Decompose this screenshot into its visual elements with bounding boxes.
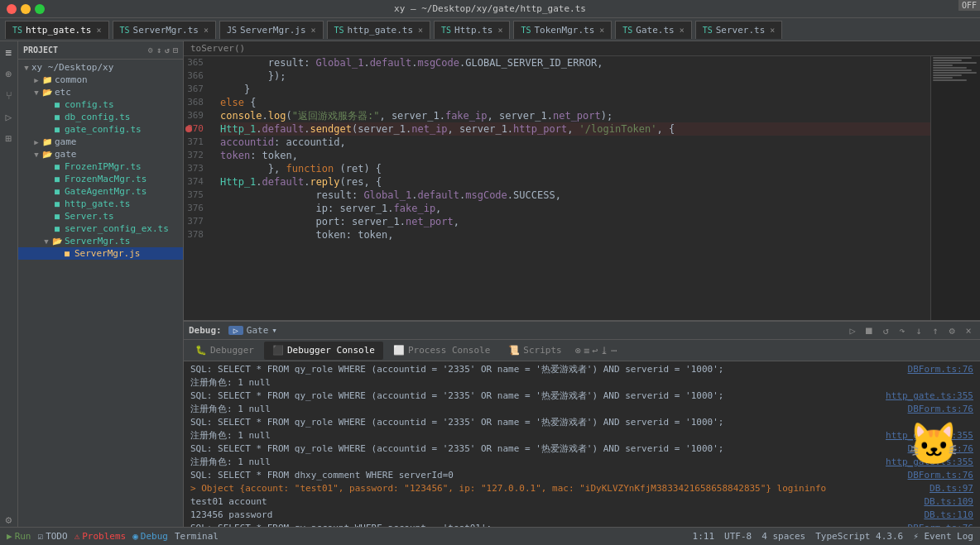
event-log[interactable]: ⚡ Event Log [913, 531, 973, 542]
file-label: server_config_ex.ts [65, 223, 169, 234]
stop-icon[interactable]: ⏹ [862, 324, 876, 337]
tree-item-etc[interactable]: ▼ 📂 etc [18, 86, 183, 98]
tree-item-server[interactable]: ■ Server.ts [18, 210, 183, 222]
tab-http[interactable]: TS Http.ts × [434, 21, 510, 39]
ts-icon: TS [521, 25, 531, 35]
sort-icon[interactable]: ↕ [156, 45, 161, 55]
tab-http_gate[interactable]: TS http_gate.ts × [5, 21, 109, 39]
terminal-button[interactable]: Terminal [175, 531, 219, 542]
gear-icon[interactable]: ⚙ [148, 45, 153, 55]
tab-debugger[interactable]: 🐛 Debugger [187, 342, 262, 360]
collapse-icon[interactable]: ⊟ [173, 45, 178, 55]
tab-close-icon[interactable]: × [418, 26, 423, 35]
ts-file-icon: ■ [51, 125, 63, 134]
minimize-button[interactable] [21, 4, 31, 14]
breakpoint-dot [185, 126, 192, 132]
debug-source-link[interactable]: http_gate.ts:355 [886, 390, 973, 403]
tab-process-console[interactable]: ⬜ Process Console [385, 342, 498, 360]
extensions-icon[interactable]: ⊞ [2, 131, 17, 146]
line-num: 373 [184, 162, 210, 175]
filter-icon[interactable]: ≡ [584, 345, 589, 356]
tab-servermgr-js[interactable]: JS ServerMgr.js × [219, 21, 324, 39]
debug-source-link[interactable]: DB.ts:109 [924, 495, 973, 509]
tab-http_gate2[interactable]: TS http_gate.ts × [327, 21, 431, 39]
tab-server[interactable]: TS Server.ts × [695, 21, 783, 39]
tab-debugger-console[interactable]: ⬛ Debugger Console [264, 342, 383, 360]
maximize-button[interactable] [35, 4, 45, 14]
tab-close-icon[interactable]: × [311, 26, 316, 35]
ts-icon: TS [441, 25, 451, 35]
step-into-icon[interactable]: ↓ [912, 324, 925, 337]
todo-button[interactable]: ☑ TODO [38, 531, 68, 542]
debug-tab-button[interactable]: ◉ Debug [132, 531, 168, 542]
debug-source-link[interactable]: DB.ts:110 [924, 509, 973, 522]
wrap-icon[interactable]: ↩ [592, 345, 598, 356]
problems-button[interactable]: ⚠ Problems [74, 531, 127, 542]
tree-item-common[interactable]: ▶ 📁 common [18, 74, 183, 86]
editor-container: 365 366 367 368 369 370 371 372 373 374 [184, 56, 980, 320]
more-icon[interactable]: ⋯ [611, 345, 617, 356]
window-controls[interactable] [7, 4, 45, 14]
tree-item-httpgate[interactable]: ■ http_gate.ts [18, 198, 183, 210]
tab-label: http_gate.ts [26, 25, 91, 36]
tab-label: ServerMgr.ts [133, 25, 199, 36]
debug-icon[interactable]: ▷ [2, 109, 17, 124]
minimap-line [933, 77, 953, 79]
tab-close-icon[interactable]: × [599, 26, 604, 35]
tab-close-icon[interactable]: × [96, 26, 101, 35]
folder-icon: 📂 [41, 150, 53, 159]
sidebar-icons: ⚙ ↕ ↺ ⊟ [148, 45, 178, 55]
code-line: }); [220, 69, 930, 83]
debug-gate-badge: ▷ [228, 326, 243, 335]
ts-file-icon: ■ [51, 212, 63, 221]
step-out-icon[interactable]: ↑ [929, 324, 942, 337]
debug-source-link[interactable]: DBForm.ts:76 [908, 363, 973, 376]
project-icon[interactable]: ≡ [2, 45, 17, 60]
tab-close-icon[interactable]: × [497, 26, 502, 35]
tree-item-frozenMac[interactable]: ■ FrozenMacMgr.ts [18, 173, 183, 185]
tree-item-servermgr-folder[interactable]: ▼ 📂 ServerMgr.ts [18, 235, 183, 247]
close-icon[interactable]: × [962, 324, 975, 337]
todo-label: TODO [46, 531, 68, 542]
run-button[interactable]: ▶ Run [7, 531, 31, 542]
scroll-icon[interactable]: ⤓ [600, 345, 608, 356]
ts-icon: TS [120, 25, 130, 35]
tree-item-frozenIP[interactable]: ■ FrozenIPMgr.ts [18, 160, 183, 173]
tab-gate[interactable]: TS Gate.ts × [615, 21, 691, 39]
line-num: 372 [184, 149, 210, 162]
tab-scripts[interactable]: 📜 Scripts [500, 342, 569, 360]
git-icon[interactable]: ⑂ [2, 88, 17, 103]
settings-icon[interactable]: ⚙ [945, 324, 958, 337]
debug-source-link[interactable]: DB.ts:97 [930, 482, 973, 495]
step-over-icon[interactable]: ↷ [896, 324, 909, 337]
ts-file-icon: ■ [51, 112, 63, 122]
close-button[interactable] [7, 4, 17, 14]
tab-close-icon[interactable]: × [204, 26, 209, 35]
debug-controls[interactable]: ▷ ⏹ ↺ ↷ ↓ ↑ ⚙ × OFF [846, 324, 975, 337]
ts-icon: TS [622, 25, 632, 35]
folder-icon: 📁 [41, 137, 53, 146]
tree-item-gate[interactable]: ▼ 📂 gate [18, 148, 183, 160]
code-line: }, function (ret) { [220, 162, 930, 175]
refresh-icon[interactable]: ↺ [165, 45, 170, 55]
tab-close-icon[interactable]: × [770, 26, 775, 35]
tab-label: ServerMgr.js [240, 25, 305, 36]
tab-servermgr[interactable]: TS ServerMgr.ts × [113, 21, 217, 39]
clear-icon[interactable]: ⊗ [575, 345, 581, 356]
tab-tokenmgr[interactable]: TS TokenMgr.ts × [513, 21, 612, 39]
tree-root[interactable]: ▼ xy ~/Desktop/xy [18, 61, 183, 74]
tree-item-dbconfig[interactable]: ■ db_config.ts [18, 111, 183, 123]
restart-icon[interactable]: ↺ [879, 324, 892, 337]
settings-icon[interactable]: ⚙ [2, 512, 17, 527]
tree-item-config[interactable]: ■ config.ts [18, 98, 183, 111]
tree-item-servermgr-js[interactable]: ■ ServerMgr.js [18, 247, 183, 260]
tree-item-gateAgent[interactable]: ■ GateAgentMgr.ts [18, 185, 183, 198]
minimap-line [933, 62, 977, 64]
search-icon[interactable]: ⊕ [2, 66, 17, 81]
tree-item-game[interactable]: ▶ 📁 game [18, 136, 183, 148]
tab-close-icon[interactable]: × [680, 26, 685, 35]
code-line: accountid: accountid, [220, 136, 930, 149]
tree-item-serverconfig[interactable]: ■ server_config_ex.ts [18, 222, 183, 235]
tree-item-gateconfig[interactable]: ■ gate_config.ts [18, 123, 183, 136]
play-icon[interactable]: ▷ [846, 324, 859, 337]
